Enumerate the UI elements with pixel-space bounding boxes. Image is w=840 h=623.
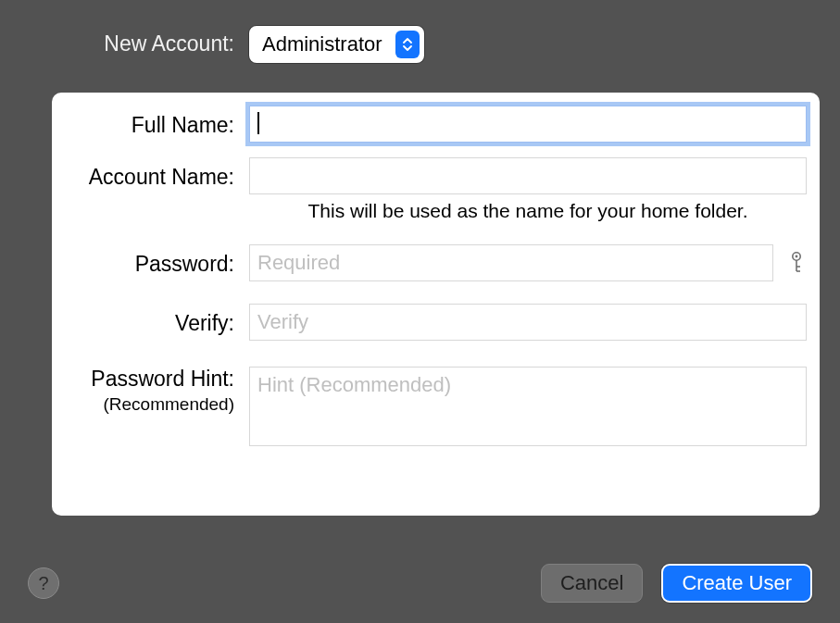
password-hint-sublabel: (Recommended)	[52, 394, 234, 416]
password-hint-label: Password Hint: (Recommended)	[52, 367, 242, 415]
full-name-row: Full Name:	[52, 106, 807, 143]
account-name-input[interactable]	[249, 157, 807, 194]
account-name-label: Account Name:	[52, 157, 242, 191]
account-name-hint: This will be used as the name for your h…	[249, 200, 807, 222]
help-button[interactable]: ?	[28, 567, 59, 599]
account-type-value: Administrator	[262, 32, 395, 56]
dialog-footer: ? Cancel Create User	[0, 564, 840, 603]
password-hint-input[interactable]	[249, 367, 807, 446]
full-name-input[interactable]	[249, 106, 807, 143]
full-name-label: Full Name:	[52, 106, 242, 139]
verify-input[interactable]	[249, 304, 807, 341]
text-caret	[257, 112, 259, 134]
svg-point-1	[796, 255, 798, 258]
password-row: Password:	[52, 244, 807, 281]
create-user-button[interactable]: Create User	[661, 564, 812, 603]
verify-label: Verify:	[52, 304, 242, 337]
cancel-button[interactable]: Cancel	[541, 564, 643, 603]
password-input[interactable]	[249, 244, 773, 281]
create-user-form-panel: Full Name: Account Name: This will be us…	[52, 93, 820, 516]
chevron-up-down-icon	[395, 31, 420, 58]
key-icon[interactable]	[786, 249, 807, 277]
verify-row: Verify:	[52, 304, 807, 341]
new-account-row: New Account: Administrator	[52, 26, 788, 63]
password-label: Password:	[52, 244, 242, 278]
account-type-select[interactable]: Administrator	[249, 26, 424, 63]
account-name-row: Account Name: This will be used as the n…	[52, 157, 807, 222]
password-hint-row: Password Hint: (Recommended)	[52, 367, 807, 452]
new-account-label: New Account:	[52, 31, 242, 57]
